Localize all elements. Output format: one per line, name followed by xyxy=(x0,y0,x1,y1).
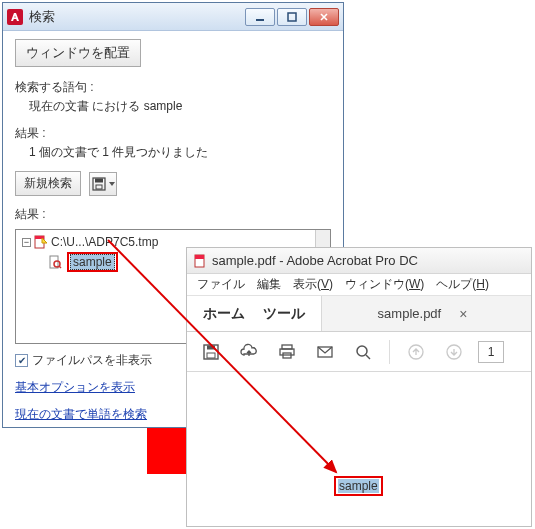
search-button[interactable] xyxy=(349,338,377,366)
arrange-windows-button[interactable]: ウィンドウを配置 xyxy=(15,39,141,67)
basic-options-link[interactable]: 基本オプションを表示 xyxy=(15,379,135,396)
menu-help[interactable]: ヘルプ(H) xyxy=(436,276,489,293)
page-up-button[interactable] xyxy=(402,338,430,366)
arrow-down-icon xyxy=(445,343,463,361)
search-hit-icon xyxy=(48,255,62,269)
page-down-button[interactable] xyxy=(440,338,468,366)
acrobat-titlebar[interactable]: sample.pdf - Adobe Acrobat Pro DC xyxy=(187,248,531,274)
acrobat-tabstrip: ホーム ツール sample.pdf × xyxy=(187,296,531,332)
results-label: 結果 : xyxy=(15,206,331,223)
acrobat-toolbar: 1 xyxy=(187,332,531,372)
minimize-button[interactable] xyxy=(245,8,275,26)
hide-filepath-checkbox[interactable]: ✔ xyxy=(15,354,28,367)
search-icon xyxy=(354,343,372,361)
tree-expander-icon[interactable]: − xyxy=(22,238,31,247)
document-hit-highlight: sample xyxy=(334,476,383,496)
tab-close-icon[interactable]: × xyxy=(451,306,475,322)
pdf-file-icon xyxy=(193,254,207,268)
menu-view[interactable]: 表示(V) xyxy=(293,276,333,293)
search-hit-highlight[interactable]: sample xyxy=(67,252,118,272)
document-hit-text: sample xyxy=(338,479,379,493)
menu-edit[interactable]: 編集 xyxy=(257,276,281,293)
tab-document[interactable]: sample.pdf × xyxy=(321,296,531,331)
toolbar-separator xyxy=(389,340,390,364)
chevron-down-icon xyxy=(109,182,115,186)
search-window-title: 検索 xyxy=(29,8,245,26)
save-results-button[interactable] xyxy=(89,172,117,196)
adobe-app-icon xyxy=(7,9,23,25)
menu-file[interactable]: ファイル xyxy=(197,276,245,293)
svg-rect-0 xyxy=(256,19,264,21)
query-value: 現在の文書 における sample xyxy=(15,98,331,115)
floppy-icon xyxy=(202,343,220,361)
tab-document-label: sample.pdf xyxy=(378,306,442,321)
envelope-icon xyxy=(316,343,334,361)
new-search-button[interactable]: 新規検索 xyxy=(15,171,81,196)
svg-rect-4 xyxy=(96,185,102,189)
acrobat-document-area[interactable]: sample xyxy=(187,372,531,526)
page-number-input[interactable]: 1 xyxy=(478,341,504,363)
mail-button[interactable] xyxy=(311,338,339,366)
pdf-doc-icon xyxy=(34,235,48,249)
floppy-icon xyxy=(92,177,106,191)
acrobat-window: sample.pdf - Adobe Acrobat Pro DC ファイル 編… xyxy=(186,247,532,527)
save-button[interactable] xyxy=(197,338,225,366)
cloud-button[interactable] xyxy=(235,338,263,366)
summary-label: 結果 : xyxy=(15,125,331,142)
maximize-button[interactable] xyxy=(277,8,307,26)
menu-window[interactable]: ウィンドウ(W) xyxy=(345,276,424,293)
tab-home[interactable]: ホーム xyxy=(203,305,245,323)
svg-rect-13 xyxy=(207,353,215,358)
svg-rect-10 xyxy=(195,255,204,259)
arrow-up-icon xyxy=(407,343,425,361)
tree-doc-path: C:\U...\ADP7C5.tmp xyxy=(51,234,158,250)
hide-filepath-label: ファイルパスを非表示 xyxy=(32,352,152,369)
search-words-link[interactable]: 現在の文書で単語を検索 xyxy=(15,406,147,423)
query-label: 検索する語句 : xyxy=(15,79,331,96)
acrobat-menubar: ファイル 編集 表示(V) ウィンドウ(W) ヘルプ(H) xyxy=(187,274,531,296)
print-button[interactable] xyxy=(273,338,301,366)
summary-value: 1 個の文書で 1 件見つかりました xyxy=(15,144,331,161)
svg-rect-1 xyxy=(288,13,296,21)
cloud-upload-icon xyxy=(239,343,259,361)
svg-rect-15 xyxy=(280,349,294,355)
close-button[interactable] xyxy=(309,8,339,26)
svg-rect-12 xyxy=(207,345,215,349)
svg-point-18 xyxy=(357,346,367,356)
tab-tools[interactable]: ツール xyxy=(263,305,305,323)
printer-icon xyxy=(278,343,296,361)
svg-rect-3 xyxy=(95,178,103,182)
search-titlebar[interactable]: 検索 xyxy=(3,3,343,31)
search-hit-text: sample xyxy=(70,254,115,270)
acrobat-window-title: sample.pdf - Adobe Acrobat Pro DC xyxy=(212,253,418,268)
